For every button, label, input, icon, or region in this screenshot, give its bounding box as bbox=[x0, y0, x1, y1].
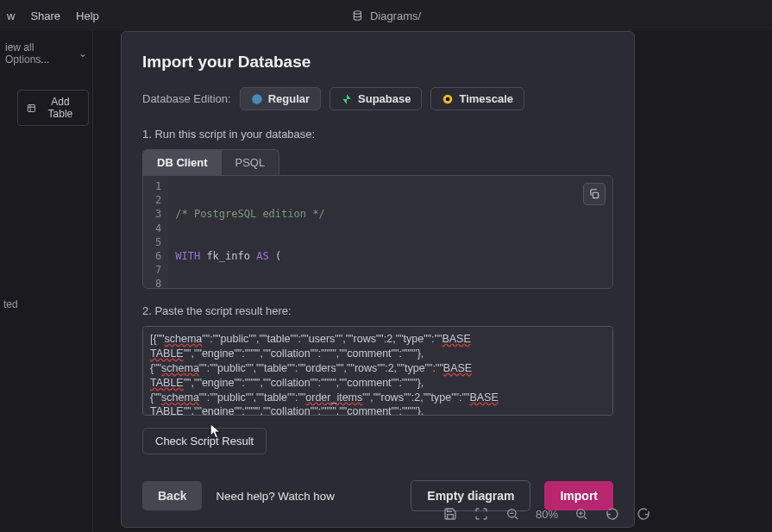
tab-psql[interactable]: PSQL bbox=[222, 150, 279, 175]
left-sidebar: iew all Options... ⌄ Add Table ted bbox=[0, 31, 93, 531]
topbar: w Share Help Diagrams/ bbox=[0, 0, 772, 31]
zoom-out-icon[interactable] bbox=[505, 506, 520, 522]
svg-point-0 bbox=[354, 11, 361, 15]
view-options-label: iew all Options... bbox=[5, 41, 75, 66]
fullscreen-icon[interactable] bbox=[474, 506, 489, 522]
step1-label: 1. Run this script in your database: bbox=[142, 128, 613, 141]
svg-rect-5 bbox=[593, 192, 598, 197]
bottom-toolbar: 80% bbox=[442, 506, 651, 522]
edition-timescale[interactable]: Timescale bbox=[430, 87, 524, 110]
edition-label-text: Regular bbox=[268, 92, 310, 105]
svg-point-4 bbox=[446, 97, 450, 101]
help-link[interactable]: Need help? Watch how bbox=[216, 482, 334, 510]
edition-supabase[interactable]: Supabase bbox=[330, 87, 422, 110]
save-icon[interactable] bbox=[442, 506, 458, 522]
modal-title: Import your Database bbox=[142, 53, 613, 72]
breadcrumb-text: Diagrams/ bbox=[370, 9, 421, 22]
menu-item[interactable]: w bbox=[7, 9, 15, 22]
edition-row: Database Edition: Regular Supabase Times… bbox=[142, 87, 613, 110]
paste-textarea[interactable]: [{""schema"":""public"",""table"":""user… bbox=[142, 326, 613, 416]
chevron-icon: ⌄ bbox=[78, 47, 87, 59]
copy-button[interactable] bbox=[583, 183, 606, 205]
zoom-in-icon[interactable] bbox=[574, 506, 589, 522]
postgres-icon bbox=[251, 93, 263, 105]
zoom-level[interactable]: 80% bbox=[536, 508, 558, 521]
line-gutter: 12345678 bbox=[143, 176, 168, 289]
undo-icon[interactable] bbox=[605, 506, 620, 522]
edition-label: Database Edition: bbox=[142, 92, 231, 105]
side-label: ted bbox=[3, 298, 89, 310]
table-icon bbox=[27, 103, 36, 114]
menu-item-help[interactable]: Help bbox=[76, 9, 99, 22]
code-block: 12345678 /* PostgreSQL edition */ WITH f… bbox=[142, 175, 613, 289]
redo-icon[interactable] bbox=[636, 506, 651, 522]
edition-label-text: Supabase bbox=[358, 92, 411, 105]
menu-item-share[interactable]: Share bbox=[30, 9, 60, 22]
copy-icon bbox=[588, 188, 600, 200]
check-script-button[interactable]: Check Script Result bbox=[142, 428, 267, 454]
edition-regular[interactable]: Regular bbox=[240, 87, 321, 110]
import-modal: Import your Database Database Edition: R… bbox=[121, 31, 635, 528]
view-options[interactable]: iew all Options... ⌄ bbox=[3, 38, 89, 69]
database-icon bbox=[351, 9, 363, 22]
svg-point-2 bbox=[252, 94, 262, 104]
breadcrumb[interactable]: Diagrams/ bbox=[351, 9, 421, 22]
tab-db-client[interactable]: DB Client bbox=[143, 150, 222, 175]
edition-label-text: Timescale bbox=[459, 92, 513, 105]
step2-label: 2. Paste the script result here: bbox=[142, 304, 613, 317]
code-lines[interactable]: /* PostgreSQL edition */ WITH fk_info AS… bbox=[168, 176, 612, 289]
add-table-label: Add Table bbox=[41, 96, 79, 120]
supabase-icon bbox=[341, 93, 353, 105]
code-tabs: DB Client PSQL bbox=[142, 149, 279, 175]
add-table-button[interactable]: Add Table bbox=[17, 90, 89, 126]
svg-rect-1 bbox=[28, 104, 35, 111]
timescale-icon bbox=[442, 93, 454, 105]
back-button[interactable]: Back bbox=[142, 481, 202, 510]
